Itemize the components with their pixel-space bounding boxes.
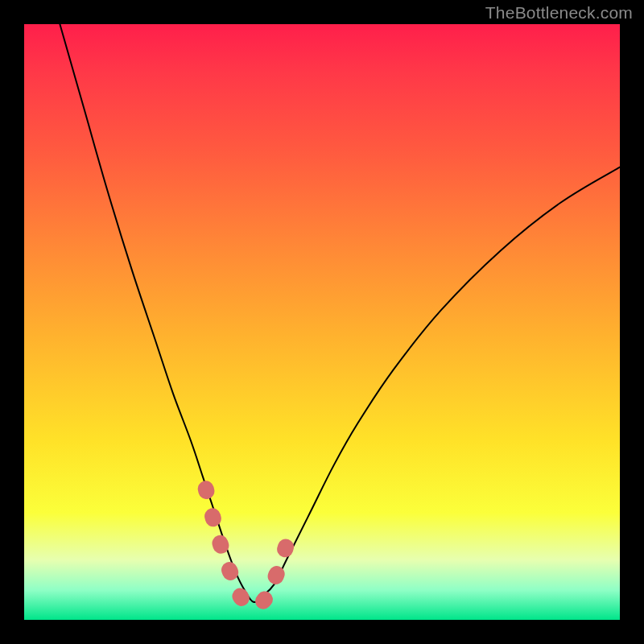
watermark-text: TheBottleneck.com xyxy=(485,3,633,23)
chart-svg xyxy=(24,24,620,620)
chart-frame: TheBottleneck.com xyxy=(0,0,644,644)
highlight-valley-line xyxy=(206,489,290,605)
chart-plot-area xyxy=(24,24,620,620)
bottleneck-curve-line xyxy=(60,24,620,602)
